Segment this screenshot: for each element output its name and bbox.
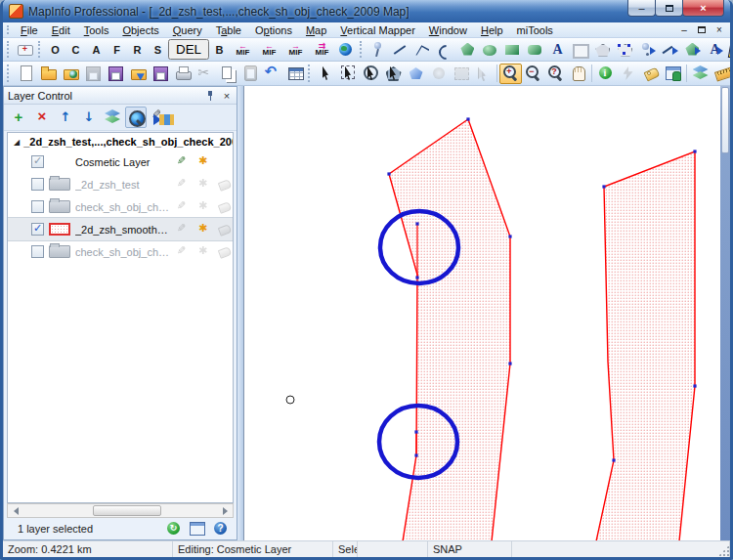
move-down-button[interactable] [78, 107, 100, 128]
layer-visible-checkbox[interactable] [31, 155, 44, 168]
ruler-button[interactable] [711, 64, 733, 84]
mitool-del-button[interactable]: DEL [168, 39, 209, 60]
layer-autolabel-icon[interactable] [196, 222, 212, 237]
save-workspace-button[interactable] [149, 64, 171, 84]
arc-button[interactable] [434, 39, 456, 60]
tree-expand-icon[interactable]: ◢ [14, 138, 20, 147]
info-button[interactable] [594, 64, 617, 84]
layer-visible-checkbox[interactable] [31, 245, 44, 258]
layer-autolabel-icon[interactable] [196, 154, 212, 170]
menu-edit[interactable]: Edit [45, 23, 77, 37]
mif-import-alt-button[interactable]: ←MIF [256, 39, 282, 60]
layer-row[interactable]: check_sh_obj_check [8, 195, 233, 218]
layer-visibility-button[interactable] [102, 107, 123, 128]
column-select-button[interactable] [472, 64, 495, 84]
toolbar-grip[interactable] [7, 41, 12, 58]
remove-layers-button[interactable] [31, 107, 53, 128]
map-window[interactable] [243, 86, 720, 540]
apply-changes-button[interactable] [164, 519, 184, 538]
zoom-out-button[interactable] [522, 64, 544, 84]
menu-query[interactable]: Query [166, 23, 209, 37]
panel-horizontal-scrollbar[interactable] [7, 503, 234, 518]
frame-button[interactable] [569, 39, 591, 60]
toolbar-grip[interactable] [360, 41, 365, 58]
map-tree-node[interactable]: ◢ _2d_zsh_test,...,check_sh_obj_check_20… [8, 133, 233, 151]
save-table-button[interactable] [81, 64, 104, 84]
menu-mitools[interactable]: miTools [510, 23, 560, 37]
mdi-minimize-button[interactable]: – [677, 23, 691, 36]
new-browser-button[interactable] [283, 64, 306, 84]
menu-map[interactable]: Map [299, 23, 333, 37]
mitool-a-button[interactable]: A [86, 39, 107, 60]
open-web-service-button[interactable] [59, 64, 81, 84]
cut-button[interactable] [194, 64, 216, 84]
layer-autolabel-icon[interactable] [196, 199, 212, 215]
boundary-select-button[interactable] [405, 64, 427, 84]
line-button[interactable] [389, 39, 411, 60]
menu-vertical-mapper[interactable]: Vertical Mapper [333, 23, 421, 37]
save-copy-button[interactable] [104, 64, 126, 84]
menu-tools[interactable]: Tools [77, 23, 116, 37]
layer-edit-icon[interactable] [176, 222, 192, 237]
text-button[interactable] [546, 39, 569, 60]
paste-button[interactable] [238, 64, 261, 84]
help-button[interactable] [211, 519, 231, 538]
marquee-select-button[interactable] [337, 64, 360, 84]
layer-control-button[interactable] [689, 64, 711, 84]
menu-help[interactable]: Help [474, 23, 510, 37]
mitool-b-button[interactable]: B [209, 39, 230, 60]
print-button[interactable] [171, 64, 194, 84]
map-vscroll-thumb[interactable] [721, 87, 729, 153]
zoom-question-button[interactable] [544, 64, 567, 84]
map-window-button[interactable] [188, 519, 207, 538]
layer-visible-checkbox[interactable] [31, 223, 44, 236]
mitool-s-button[interactable]: S [148, 39, 168, 60]
open-table-button[interactable] [36, 64, 59, 84]
hotlink-button[interactable] [617, 64, 639, 84]
polyline-button[interactable] [411, 39, 434, 60]
scroll-left-icon[interactable] [8, 504, 22, 517]
rounded-rectangle-button[interactable] [524, 39, 546, 60]
pan-button[interactable] [567, 64, 589, 84]
polygon-select-button[interactable] [382, 64, 405, 84]
region-style-button[interactable] [681, 39, 704, 60]
mif-import-button[interactable]: ←MIF [230, 39, 256, 60]
menu-options[interactable]: Options [248, 23, 299, 37]
ellipse-button[interactable] [479, 39, 501, 60]
new-table-button[interactable] [14, 64, 36, 84]
open-workspace-button[interactable] [126, 64, 149, 84]
menu-table[interactable]: Table [209, 23, 248, 37]
radius-select-button[interactable] [360, 64, 382, 84]
drag-map-button[interactable] [662, 64, 684, 84]
symbol-style-button[interactable] [636, 39, 659, 60]
mitool-c-button[interactable]: C [65, 39, 86, 60]
menu-file[interactable]: File [14, 23, 45, 37]
menu-objects[interactable]: Objects [115, 23, 165, 37]
layer-autolabel-icon[interactable] [196, 244, 212, 260]
mdi-close-button[interactable]: × [712, 23, 726, 36]
mitool-f-button[interactable]: F [107, 39, 127, 60]
maximize-button[interactable] [655, 0, 683, 17]
undo-button[interactable] [261, 64, 283, 84]
toolbar-grip[interactable] [308, 65, 313, 82]
zoom-layering-button[interactable] [125, 107, 147, 128]
move-up-button[interactable] [55, 107, 76, 128]
scroll-thumb[interactable] [93, 505, 161, 516]
copy-button[interactable] [216, 64, 238, 84]
globe-button[interactable] [335, 39, 358, 60]
layer-autolabel-icon[interactable] [196, 177, 212, 193]
layer-label-icon[interactable] [217, 199, 233, 215]
mitool-r-button[interactable]: R [127, 39, 148, 60]
mdi-restore-button[interactable] [695, 23, 709, 36]
layer-row[interactable]: _2d_zsh_smooth_DEM_014 [8, 218, 233, 240]
minimize-button[interactable]: – [627, 0, 656, 17]
menu-window[interactable]: Window [422, 23, 474, 37]
layer-visible-checkbox[interactable] [31, 178, 44, 191]
layer-label-icon[interactable] [217, 177, 233, 193]
layer-label-icon[interactable] [217, 244, 233, 260]
layer-row[interactable]: check_sh_obj_check_2009 [8, 240, 233, 263]
menubar-grip[interactable] [7, 25, 12, 34]
map-canvas[interactable] [244, 86, 720, 540]
scroll-right-icon[interactable] [219, 504, 233, 517]
layer-visible-checkbox[interactable] [31, 200, 44, 213]
